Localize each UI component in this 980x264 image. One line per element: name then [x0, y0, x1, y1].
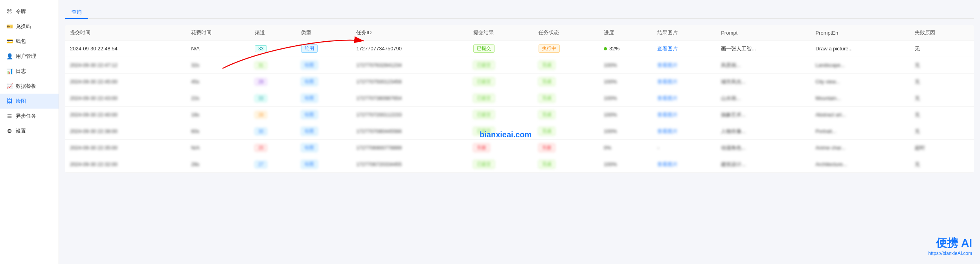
submit-time: 2024-09-30 22:40:00	[70, 112, 118, 118]
exchange-icon: 🎫	[6, 23, 13, 30]
progress-value: 32%	[609, 46, 620, 52]
task-status[interactable]: 完成	[539, 160, 555, 168]
view-image-link[interactable]: 查看图片	[657, 128, 678, 134]
prompt-en-text: Abstract art...	[815, 112, 846, 118]
view-image-link[interactable]: 查看图片	[657, 95, 678, 101]
watermark: 便携 AI https://bianxieAI.com	[929, 236, 972, 256]
task-status[interactable]: 完成	[539, 111, 555, 119]
progress-cell: 100%	[604, 62, 648, 68]
task-id: 1727707380987654	[356, 95, 402, 101]
task-status[interactable]: 失败	[539, 144, 555, 152]
sidebar-item-settings[interactable]: ⚙ 设置	[0, 124, 59, 138]
view-image-link[interactable]: 查看图片	[657, 112, 678, 118]
table-row: 2024-09-30 22:43:0022s33绘图17277073809876…	[65, 90, 974, 107]
async-task-icon: ☰	[6, 113, 13, 119]
fail-reason: 无	[915, 128, 920, 134]
result-image-none: -	[657, 145, 659, 151]
submit-time: 2024-09-30 22:48:54	[70, 46, 118, 52]
tab-query[interactable]: 查询	[65, 6, 88, 19]
task-id: 1727707080445566	[356, 128, 402, 134]
sidebar-label-exchange: 兑换码	[16, 23, 31, 30]
sidebar-label-async-task: 异步任务	[16, 113, 36, 120]
col-header: 花费时间	[186, 25, 250, 41]
sidebar-item-command[interactable]: ⌘ 令牌	[0, 4, 59, 19]
col-header: Prompt	[716, 25, 811, 41]
type-badge: 绘图	[301, 61, 318, 69]
cost-time: N/A	[191, 46, 200, 52]
submit-time: 2024-09-30 22:45:00	[70, 79, 118, 85]
table-row: 2024-09-30 22:38:0060s30绘图17277070804455…	[65, 123, 974, 140]
progress-cell: 100%	[604, 95, 648, 101]
submit-time: 2024-09-30 22:43:00	[70, 95, 118, 101]
prompt-text: 建筑设计...	[721, 161, 746, 167]
prompt-en-text: Portrait...	[815, 128, 836, 134]
view-image-link[interactable]: 查看图片	[657, 161, 678, 167]
task-id: 1727707734750790	[356, 46, 402, 52]
sidebar: ⌘ 令牌 🎫 兑换码 💳 钱包 👤 用户管理 📊 日志 📈 数据餐板 🖼 绘图 …	[0, 0, 59, 264]
drawing-icon: 🖼	[6, 98, 13, 104]
progress-cell: 100%	[604, 128, 648, 134]
sidebar-item-async-task[interactable]: ☰ 异步任务	[0, 109, 59, 124]
submit-result: 已提交	[473, 44, 495, 53]
content-area: 查询 提交时间花费时间渠道类型任务ID提交结果任务状态进度结果图片PromptP…	[59, 0, 980, 264]
cost-time: 18s	[191, 112, 199, 118]
task-status[interactable]: 执行中	[539, 44, 560, 53]
sidebar-item-drawing[interactable]: 🖼 绘图	[0, 94, 59, 109]
prompt-text: 人物肖像...	[721, 128, 746, 134]
col-header: 失败原因	[910, 25, 974, 41]
type-badge: 绘图	[301, 127, 318, 135]
prompt-en-text: Mountain...	[815, 95, 840, 101]
view-image-link[interactable]: 查看图片	[657, 62, 678, 68]
channel-badge: 27	[255, 161, 267, 168]
type-badge: 绘图	[301, 44, 318, 53]
channel-badge: 31	[255, 62, 267, 69]
table-row: 2024-09-30 22:40:0018s28绘图17277072001122…	[65, 107, 974, 123]
task-status[interactable]: 完成	[539, 78, 555, 86]
task-status[interactable]: 完成	[539, 94, 555, 102]
cost-time: 22s	[191, 95, 199, 101]
fail-reason: 超时	[915, 145, 925, 151]
fail-reason: 无	[915, 79, 920, 85]
col-header: 进度	[599, 25, 653, 41]
fail-reason: 无	[915, 112, 920, 118]
task-status[interactable]: 完成	[539, 61, 555, 69]
type-badge: 绘图	[301, 160, 318, 168]
fail-reason: 无	[915, 46, 920, 52]
settings-icon: ⚙	[6, 128, 13, 134]
main-content: 查询 提交时间花费时间渠道类型任务ID提交结果任务状态进度结果图片PromptP…	[59, 0, 980, 264]
task-status[interactable]: 完成	[539, 127, 555, 135]
prompt-text: 画一张人工智...	[721, 46, 756, 52]
table-row: 2024-09-30 22:47:1232s31绘图17277076328412…	[65, 57, 974, 74]
data-table: 提交时间花费时间渠道类型任务ID提交结果任务状态进度结果图片PromptProm…	[65, 25, 974, 173]
sidebar-item-user-mgmt[interactable]: 👤 用户管理	[0, 49, 59, 64]
prompt-text: 山水画...	[721, 95, 741, 101]
channel-badge: 33	[255, 45, 267, 52]
col-header: 任务状态	[534, 25, 599, 41]
submit-result: 已提交	[473, 78, 495, 86]
task-id: 1727707500123456	[356, 79, 402, 85]
sidebar-label-wallet: 钱包	[16, 38, 26, 45]
channel-badge: 29	[255, 78, 267, 85]
sidebar-item-dashboard[interactable]: 📈 数据餐板	[0, 79, 59, 94]
sidebar-item-log[interactable]: 📊 日志	[0, 64, 59, 79]
view-image-link[interactable]: 查看图片	[657, 79, 678, 85]
log-icon: 📊	[6, 68, 13, 74]
submit-result: 已提交	[473, 111, 495, 119]
prompt-text: 城市风光...	[721, 79, 746, 85]
sidebar-item-exchange[interactable]: 🎫 兑换码	[0, 19, 59, 34]
progress-value: 100%	[604, 128, 617, 134]
submit-result: 已提交	[473, 61, 495, 69]
progress-value: 100%	[604, 95, 617, 101]
submit-time: 2024-09-30 22:35:00	[70, 145, 118, 151]
prompt-en-text: Anime char...	[815, 145, 845, 151]
table-row: 2024-09-30 22:32:0028s27绘图17277067203344…	[65, 156, 974, 173]
channel-badge: 25	[255, 144, 267, 151]
progress-value: 0%	[604, 145, 611, 151]
prompt-text: 动漫角色...	[721, 145, 746, 151]
sidebar-label-command: 令牌	[16, 8, 26, 15]
col-header: 渠道	[250, 25, 296, 41]
sidebar-item-wallet[interactable]: 💳 钱包	[0, 34, 59, 49]
view-image-link[interactable]: 查看图片	[657, 46, 678, 52]
sidebar-label-log: 日志	[16, 68, 26, 75]
progress-cell: 100%	[604, 79, 648, 85]
